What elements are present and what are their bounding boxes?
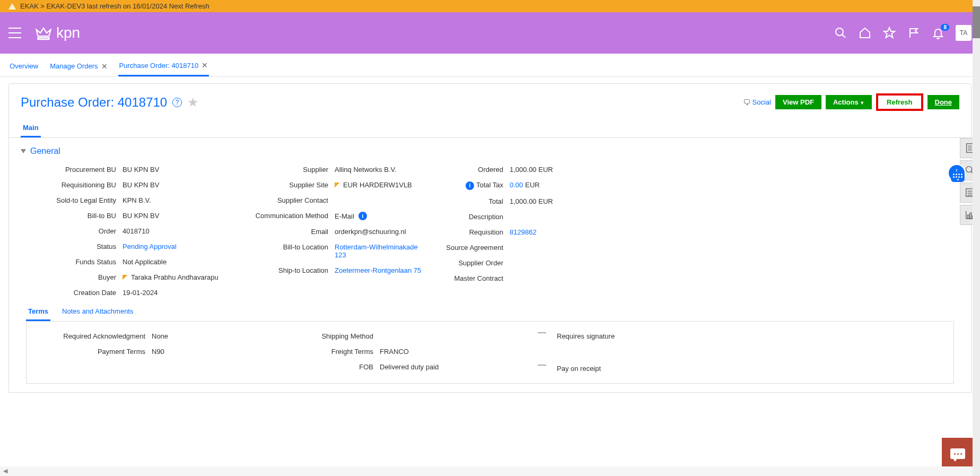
- vertical-scrollbar[interactable]: [973, 0, 980, 393]
- checkbox-pay-on-receipt[interactable]: Pay on receipt: [538, 365, 941, 373]
- info-icon[interactable]: i: [358, 212, 367, 220]
- label-freight-terms: Freight Terms: [283, 348, 373, 356]
- label-email: Email: [233, 228, 328, 236]
- label-required-ack: Required Acknowledgment: [39, 332, 145, 340]
- label-supplier: Supplier: [233, 166, 328, 174]
- value-requisitioning-bu: BU KPN BV: [122, 181, 159, 189]
- value-status[interactable]: Pending Approval: [122, 243, 177, 250]
- label-payment-terms: Payment Terms: [39, 348, 145, 356]
- page-title: Purchase Order: 4018710 ? ★: [21, 95, 199, 110]
- label-funds-status: Funds Status: [21, 258, 116, 266]
- terms-tab-terms[interactable]: Terms: [26, 304, 50, 321]
- value-supplier: Allinq Networks B.V.: [335, 166, 397, 174]
- crown-icon: [34, 23, 53, 42]
- kpn-logo[interactable]: kpn: [34, 23, 80, 42]
- svg-point-0: [836, 28, 843, 36]
- dialpad-icon[interactable]: [951, 171, 965, 182]
- favorite-star-off-icon[interactable]: ★: [187, 95, 199, 110]
- value-supplier-site: EUR HARDERW1VLB: [335, 181, 412, 189]
- label-total-tax: iTotal Tax: [434, 181, 503, 190]
- label-bill-to-bu: Bill-to BU: [21, 212, 116, 220]
- user-avatar[interactable]: TA: [956, 25, 972, 41]
- label-supplier-order: Supplier Order: [434, 259, 503, 267]
- label-ordered: Ordered: [434, 166, 503, 174]
- search-icon[interactable]: [834, 26, 847, 40]
- value-funds-status: Not Applicable: [122, 258, 167, 266]
- done-button[interactable]: Done: [928, 95, 960, 109]
- info-icon[interactable]: i: [466, 181, 474, 190]
- value-buyer: Taraka Prabhu Andhavarapu: [122, 273, 218, 281]
- label-requisition: Requisition: [434, 228, 503, 236]
- notification-badge: 8: [941, 24, 949, 31]
- warning-icon: [8, 3, 16, 10]
- label-shipping-method: Shipping Method: [283, 332, 373, 340]
- value-bill-to-bu: BU KPN BV: [122, 212, 159, 220]
- collapse-arrow-icon[interactable]: [21, 149, 26, 153]
- tab-manage-orders[interactable]: Manage Orders✕: [49, 58, 108, 76]
- top-header: kpn 8 TA: [0, 12, 980, 54]
- close-icon[interactable]: ✕: [202, 61, 208, 70]
- value-ordered: 1,000.00 EUR: [510, 166, 553, 174]
- checkbox-off-icon: [538, 365, 546, 366]
- label-buyer: Buyer: [21, 273, 116, 281]
- checkbox-off-icon: [538, 332, 546, 333]
- bell-icon[interactable]: 8: [931, 26, 945, 40]
- value-freight-terms: FRANCO: [380, 348, 409, 356]
- label-sold-to: Sold-to Legal Entity: [21, 196, 116, 204]
- environment-notification-bar: EKAK > EKAK-DEV3 last refresh on 16/01/2…: [0, 0, 980, 12]
- label-description: Description: [434, 213, 503, 221]
- notification-text: EKAK > EKAK-DEV3 last refresh on 16/01/2…: [20, 2, 209, 10]
- label-bill-to-location: Bill-to Location: [233, 243, 328, 251]
- value-ship-to-location[interactable]: Zoetermeer-Rontgenlaan 75: [335, 266, 421, 274]
- label-ship-to-location: Ship-to Location: [233, 266, 328, 274]
- value-creation-date: 19-01-2024: [122, 289, 158, 297]
- flag-icon: [122, 275, 128, 280]
- help-icon[interactable]: ?: [172, 98, 182, 107]
- label-source-agreement: Source Agreement: [434, 244, 503, 252]
- section-title-general: General: [30, 146, 60, 156]
- general-fields: Procurement BUBU KPN BV Requisitioning B…: [21, 166, 959, 297]
- tab-purchase-order[interactable]: Purchase Order: 4018710✕: [118, 58, 209, 76]
- favorites-star-icon[interactable]: [882, 26, 896, 40]
- hamburger-menu-icon[interactable]: [8, 28, 21, 38]
- label-supplier-site: Supplier Site: [233, 181, 328, 189]
- svg-rect-14: [967, 215, 969, 219]
- label-fob: FOB: [283, 363, 373, 371]
- label-communication-method: Communication Method: [233, 212, 328, 220]
- label-supplier-contact: Supplier Contact: [233, 196, 328, 204]
- actions-dropdown-button[interactable]: Actions: [826, 95, 872, 109]
- value-communication-method: E-Maili: [335, 212, 367, 220]
- flag-icon: [335, 183, 340, 188]
- refresh-button[interactable]: Refresh: [876, 93, 923, 111]
- value-total-tax: 0.00 EUR: [510, 181, 540, 189]
- value-bill-to-location[interactable]: Rotterdam-Wilhelminakade 123: [335, 243, 424, 259]
- label-master-contract: Master Contract: [434, 274, 503, 282]
- value-sold-to: KPN B.V.: [122, 196, 151, 204]
- sub-tab-main[interactable]: Main: [21, 120, 41, 137]
- label-total: Total: [434, 197, 503, 205]
- svg-rect-15: [970, 213, 972, 219]
- po-sub-tabs: Main: [9, 116, 971, 137]
- svg-line-1: [842, 34, 845, 38]
- value-email: orderkpn@schuuring.nl: [335, 228, 406, 236]
- value-requisition[interactable]: 8129862: [510, 228, 537, 236]
- checkbox-requires-signature[interactable]: Requires signature: [538, 332, 941, 340]
- label-creation-date: Creation Date: [21, 289, 116, 297]
- view-pdf-button[interactable]: View PDF: [775, 95, 821, 109]
- value-order: 4018710: [122, 227, 150, 235]
- label-procurement-bu: Procurement BU: [21, 166, 116, 174]
- workspace-tabs: Overview Manage Orders✕ Purchase Order: …: [0, 54, 980, 77]
- value-total: 1,000.00 EUR: [510, 197, 553, 205]
- value-payment-terms: N90: [152, 348, 164, 356]
- value-fob: Delivered duty paid: [380, 363, 439, 371]
- tab-overview[interactable]: Overview: [8, 58, 39, 76]
- value-required-ack: None: [152, 332, 168, 340]
- flag-icon[interactable]: [907, 26, 921, 40]
- close-icon[interactable]: ✕: [101, 62, 108, 71]
- social-link[interactable]: 🗨Social: [743, 98, 771, 107]
- terms-panel: Required AcknowledgmentNone Payment Term…: [26, 321, 954, 384]
- label-order: Order: [21, 227, 116, 235]
- page-header: Purchase Order: 4018710 ? ★ 🗨Social View…: [9, 93, 971, 116]
- home-icon[interactable]: [858, 26, 872, 40]
- terms-tab-notes[interactable]: Notes and Attachments: [60, 304, 135, 321]
